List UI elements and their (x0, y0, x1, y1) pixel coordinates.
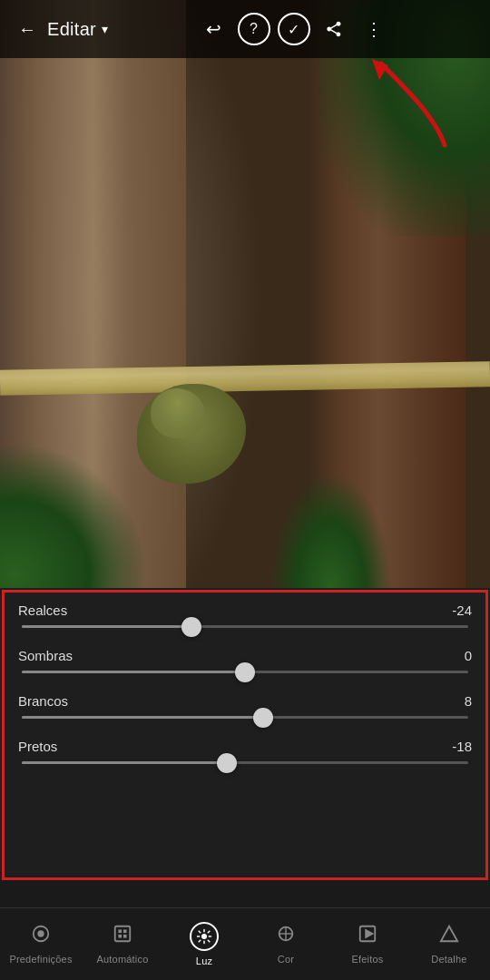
top-bar: ← Editar ▾ ↩ ? ✓ ⋮ (0, 0, 490, 58)
svg-rect-2 (115, 926, 131, 942)
cor-icon (276, 924, 296, 949)
sliders-panel: Realces -24 Sombras 0 Brancos 8 (0, 588, 490, 880)
nav-label-cor: Cor (278, 954, 294, 965)
slider-realces-label: Realces (18, 603, 67, 618)
slider-pretos-header: Pretos -18 (18, 739, 472, 754)
nav-item-detalhe[interactable]: Detalhe (408, 924, 490, 965)
slider-sombras-fill (22, 671, 245, 673)
share-button[interactable] (318, 13, 350, 45)
slider-pretos: Pretos -18 (18, 733, 472, 769)
nav-item-cor[interactable]: Cor (245, 924, 327, 965)
slider-pretos-label: Pretos (18, 739, 57, 754)
slider-brancos-header: Brancos 8 (18, 693, 472, 709)
slider-realces-fill (22, 625, 191, 628)
slider-sombras-track[interactable] (22, 671, 468, 673)
photo-background (0, 0, 490, 590)
top-bar-center: ↩ ? ✓ ⋮ (108, 13, 479, 45)
slider-realces-header: Realces -24 (18, 603, 472, 618)
slider-pretos-value: -18 (452, 739, 472, 754)
slider-sombras: Sombras 0 (18, 642, 472, 679)
nav-item-efeitos[interactable]: Efeitos (327, 924, 408, 965)
annotation-arrow-svg (354, 45, 472, 163)
help-button[interactable]: ? (238, 13, 270, 45)
slider-sombras-thumb[interactable] (235, 662, 255, 682)
confirm-button[interactable]: ✓ (278, 13, 310, 45)
slider-pretos-thumb[interactable] (217, 753, 237, 773)
detalhe-icon (439, 924, 459, 949)
luz-icon (190, 922, 219, 951)
bird (137, 384, 246, 484)
slider-brancos-track[interactable] (22, 716, 468, 719)
nav-label-efeitos: Efeitos (351, 954, 383, 965)
slider-brancos-value: 8 (465, 693, 472, 709)
slider-pretos-fill (22, 761, 227, 764)
more-options-button[interactable]: ⋮ (358, 13, 390, 45)
efeitos-icon (358, 924, 377, 949)
slider-realces-value: -24 (452, 603, 472, 618)
nav-item-predefiniçoes[interactable]: Predefinições (0, 924, 82, 965)
slider-realces-thumb[interactable] (181, 617, 201, 637)
top-bar-left: ← Editar ▾ (11, 13, 108, 45)
svg-rect-4 (123, 929, 127, 933)
slider-sombras-header: Sombras 0 (18, 648, 472, 663)
slider-sombras-value: 0 (465, 648, 472, 663)
slider-sombras-label: Sombras (18, 648, 73, 663)
slider-realces: Realces -24 (18, 597, 472, 633)
svg-rect-6 (123, 935, 127, 938)
nav-label-predefiniçoes: Predefinições (9, 954, 72, 965)
nav-item-luz[interactable]: Luz (163, 922, 245, 966)
foliage-bottom-right (270, 472, 392, 590)
photo-area (0, 0, 490, 590)
undo-button[interactable]: ↩ (198, 13, 230, 45)
slider-brancos-thumb[interactable] (253, 708, 273, 728)
back-button[interactable]: ← (11, 13, 44, 45)
dropdown-arrow-icon[interactable]: ▾ (102, 22, 108, 36)
svg-marker-13 (441, 926, 457, 942)
page-title: Editar (47, 19, 96, 40)
slider-brancos-fill (22, 716, 263, 719)
svg-point-1 (37, 930, 44, 936)
svg-rect-3 (118, 929, 122, 933)
slider-brancos: Brancos 8 (18, 688, 472, 724)
bottom-nav: Predefinições Automático Luz (0, 907, 490, 980)
svg-rect-5 (118, 935, 122, 938)
svg-marker-12 (365, 929, 374, 939)
foliage-bottom-left (0, 443, 147, 591)
nav-label-automatico: Automático (96, 954, 148, 965)
predefiniçoes-icon (31, 924, 51, 949)
slider-realces-track[interactable] (22, 625, 468, 628)
slider-brancos-label: Brancos (18, 693, 68, 709)
nav-item-automatico[interactable]: Automático (82, 924, 163, 965)
nav-label-detalhe: Detalhe (431, 954, 466, 965)
svg-point-7 (201, 934, 207, 939)
slider-pretos-track[interactable] (22, 761, 468, 764)
nav-label-luz: Luz (196, 956, 212, 966)
automatico-icon (113, 924, 132, 949)
